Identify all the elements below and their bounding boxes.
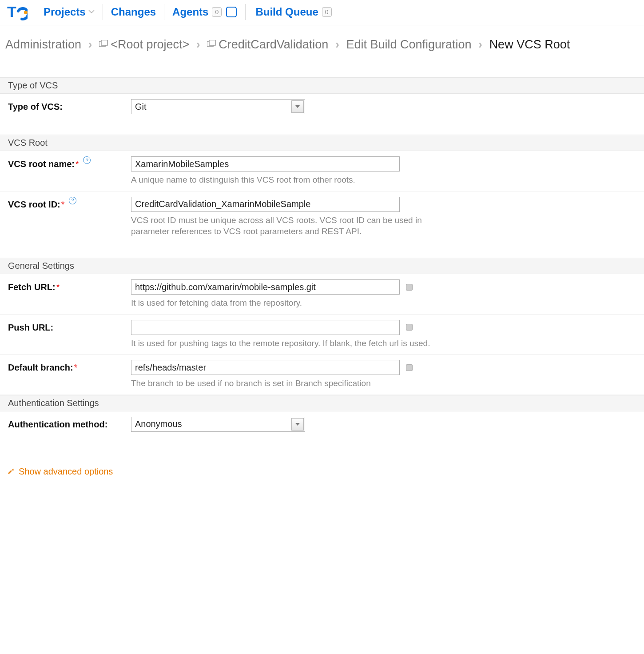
auth-method-value: Anonymous	[135, 419, 182, 429]
agent-status-icon	[226, 7, 237, 17]
svg-text:T: T	[7, 4, 16, 20]
vcs-root-id-label: VCS root ID:	[8, 199, 60, 209]
auth-method-select[interactable]: Anonymous	[131, 417, 305, 432]
field-action-icon[interactable]	[406, 324, 413, 331]
default-branch-input[interactable]	[131, 360, 400, 375]
section-vcs-root: VCS Root	[0, 135, 644, 151]
fetch-url-label: Fetch URL:	[8, 282, 56, 292]
vcs-root-form: Type of VCS Type of VCS: Git VCS Root VC…	[0, 58, 644, 485]
section-auth-settings: Authentication Settings	[0, 395, 644, 411]
section-type-of-vcs: Type of VCS	[0, 77, 644, 94]
push-url-label: Push URL:	[8, 323, 53, 332]
nav-projects-label: Projects	[44, 6, 86, 18]
agents-count-badge: 0	[212, 7, 222, 17]
breadcrumb: Administration › <Root project> › Credit…	[0, 25, 644, 58]
project-icon	[99, 36, 108, 53]
type-of-vcs-value: Git	[135, 102, 147, 112]
svg-rect-5	[209, 40, 215, 45]
field-action-icon[interactable]	[406, 284, 413, 291]
wrench-icon	[7, 467, 15, 475]
field-action-icon[interactable]	[406, 364, 413, 371]
show-advanced-options-label: Show advanced options	[19, 467, 113, 477]
crumb-project[interactable]: CreditCardValidation	[219, 38, 328, 51]
default-branch-hint: The branch to be used if no branch is se…	[131, 378, 636, 389]
type-of-vcs-select[interactable]: Git	[131, 99, 305, 114]
push-url-input[interactable]	[131, 320, 400, 335]
section-general-settings: General Settings	[0, 258, 644, 274]
fetch-url-hint: It is used for fetching data from the re…	[131, 297, 636, 309]
help-icon[interactable]: ?	[83, 156, 91, 164]
queue-count-badge: 0	[322, 7, 332, 17]
dropdown-button-icon	[291, 418, 304, 431]
vcs-root-id-hint: VCS root ID must be unique across all VC…	[131, 215, 429, 237]
crumb-root-project[interactable]: <Root project>	[111, 38, 189, 51]
vcs-root-id-input[interactable]	[131, 197, 400, 212]
svg-point-1	[24, 11, 28, 14]
auth-method-label: Authentication method:	[8, 417, 131, 430]
push-url-hint: It is used for pushing tags to the remot…	[131, 338, 636, 349]
svg-rect-3	[101, 40, 107, 45]
nav-agents[interactable]: Agents 0	[164, 4, 245, 20]
type-of-vcs-label: Type of VCS:	[8, 99, 131, 112]
nav-agents-label: Agents	[172, 6, 208, 18]
crumb-current: New VCS Root	[489, 38, 570, 51]
chevron-down-icon	[88, 10, 95, 14]
nav-build-queue[interactable]: Build Queue 0	[247, 4, 339, 20]
nav-projects[interactable]: Projects	[36, 4, 103, 20]
help-icon[interactable]: ?	[69, 197, 76, 204]
nav-queue-label: Build Queue	[255, 6, 318, 18]
teamcity-logo[interactable]: T	[7, 4, 28, 20]
chevron-right-icon: ›	[475, 38, 486, 51]
crumb-edit-build[interactable]: Edit Build Configuration	[346, 38, 471, 51]
show-advanced-options-link[interactable]: Show advanced options	[0, 455, 120, 485]
vcs-root-name-input[interactable]	[131, 156, 400, 171]
vcs-root-name-label: VCS root name:	[8, 159, 75, 169]
vcs-root-name-hint: A unique name to distinguish this VCS ro…	[131, 174, 636, 186]
chevron-right-icon: ›	[85, 38, 96, 51]
project-icon	[207, 36, 216, 53]
default-branch-label: Default branch:	[8, 363, 73, 372]
crumb-administration[interactable]: Administration	[5, 38, 81, 51]
nav-changes[interactable]: Changes	[103, 4, 164, 20]
chevron-right-icon: ›	[193, 38, 204, 51]
dropdown-button-icon	[291, 100, 304, 113]
chevron-right-icon: ›	[332, 38, 343, 51]
nav-changes-label: Changes	[111, 6, 156, 18]
fetch-url-input[interactable]	[131, 279, 400, 295]
top-nav: T Projects Changes Agents 0 Build Queue …	[0, 0, 644, 25]
